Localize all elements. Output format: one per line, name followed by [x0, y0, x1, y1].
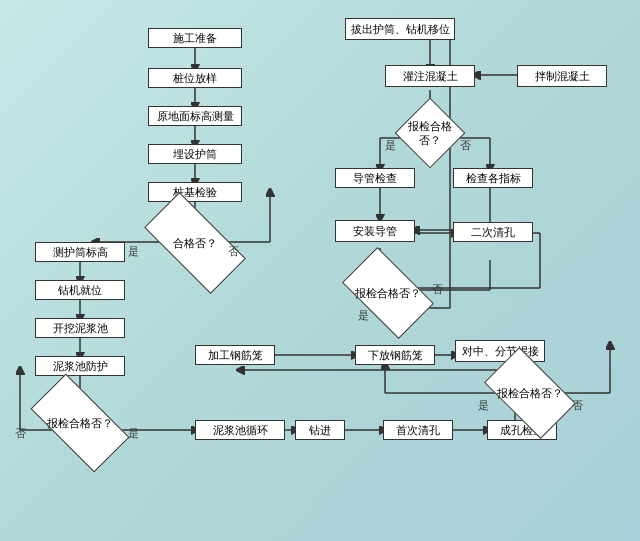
- diamond-hegejian: 合格否？: [148, 218, 242, 268]
- box-xiafang-gangjin: 下放钢筋笼: [355, 345, 435, 365]
- box-shouci-qingkong: 首次清孔: [383, 420, 453, 440]
- box-nijing-fanghu: 泥浆池防护: [35, 356, 125, 376]
- box-zhuiji-jiance: 桩基检验: [148, 182, 242, 202]
- box-zuanji-jiuwei: 钻机就位: [35, 280, 125, 300]
- box-maishi-hujin: 埋设护筒: [148, 144, 242, 164]
- box-jiancha-zhibiao: 检查各指标: [453, 168, 533, 188]
- box-zhuiwei-fangyang: 桩位放样: [148, 68, 242, 88]
- label-no-4: 否: [460, 138, 471, 153]
- box-cehu-biaoao: 测护筒标高: [35, 242, 125, 262]
- box-jiagong-gangjin: 加工钢筋笼: [195, 345, 275, 365]
- label-yes-5: 是: [358, 308, 369, 323]
- label-yes-1: 是: [128, 244, 139, 259]
- label-yes-4: 是: [385, 138, 396, 153]
- diamond-baocan2: 报检合格否？: [490, 368, 570, 418]
- box-kaituo-nijing: 开挖泥浆池: [35, 318, 125, 338]
- label-yes-3: 是: [478, 398, 489, 413]
- box-zhuanchu-hujin: 拔出护筒、钻机移位: [345, 18, 455, 40]
- box-shigong-zhunbei: 施工准备: [148, 28, 242, 48]
- label-yes-2: 是: [128, 426, 139, 441]
- box-daoguan-jiancha: 导管检查: [335, 168, 415, 188]
- box-anzhuang-daoguan: 安装导管: [335, 220, 415, 242]
- flowchart: 施工准备 桩位放样 原地面标高测量 埋设护筒 桩基检验 合格否？ 是 否 测护筒…: [0, 0, 640, 541]
- box-erci-qingkong: 二次清孔: [453, 222, 533, 242]
- box-nijing-xunhuan: 泥浆池循环: [195, 420, 285, 440]
- diamond-baocan3: 报检合格否？: [405, 108, 455, 158]
- box-guanzhu-hunningtu: 灌注混凝土: [385, 65, 475, 87]
- label-no-5: 否: [432, 282, 443, 297]
- label-no-2: 否: [15, 426, 26, 441]
- diamond-baocan1: 报检合格否？: [35, 398, 125, 448]
- box-panzhi-hunningtu: 拌制混凝土: [517, 65, 607, 87]
- box-zuanjin: 钻进: [295, 420, 345, 440]
- label-no-1: 否: [228, 244, 239, 259]
- box-yuandi-gaocheng: 原地面标高测量: [148, 106, 242, 126]
- label-no-3: 否: [572, 398, 583, 413]
